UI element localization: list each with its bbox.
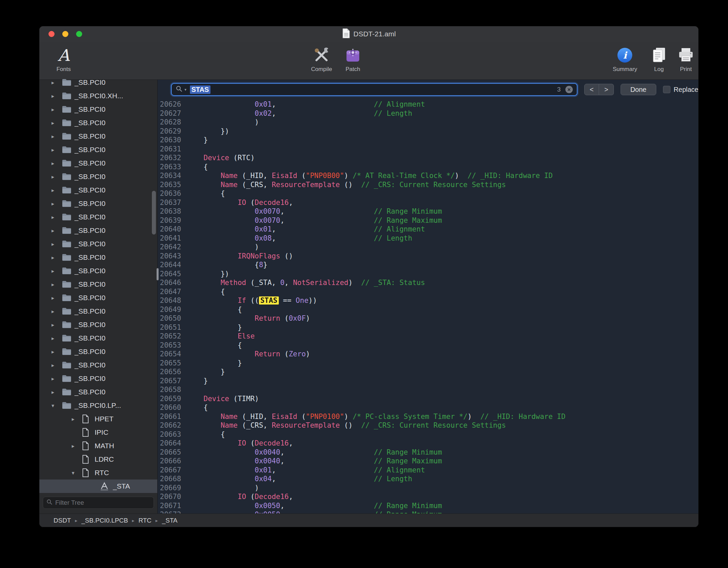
disclosure-right-icon[interactable]: ▸: [52, 133, 62, 140]
filter-field[interactable]: [43, 497, 154, 509]
sidebar-item-sb-pci0[interactable]: ▸_SB.PCI0: [39, 170, 157, 183]
disclosure-right-icon[interactable]: ▸: [52, 254, 62, 261]
disclosure-right-icon[interactable]: ▸: [52, 241, 62, 247]
line-number: 20638: [158, 207, 187, 216]
compile-button[interactable]: Compile: [311, 46, 332, 73]
previous-match-button[interactable]: <: [584, 84, 599, 95]
content-area: ▸_SB.PCI0▸_SB.PCI0.XH...▸_SB.PCI0▸_SB.PC…: [39, 80, 698, 513]
sidebar-item-sb-pci0[interactable]: ▸_SB.PCI0: [39, 331, 157, 345]
sidebar-item-sb-pci0[interactable]: ▸_SB.PCI0: [39, 251, 157, 264]
disclosure-right-icon[interactable]: ▸: [52, 322, 62, 328]
acpi-tree[interactable]: ▸_SB.PCI0▸_SB.PCI0.XH...▸_SB.PCI0▸_SB.PC…: [39, 76, 157, 495]
disclosure-right-icon[interactable]: ▸: [52, 147, 62, 153]
disclosure-right-icon[interactable]: ▸: [72, 416, 82, 422]
sidebar-item-hpet[interactable]: ▸HPET: [39, 412, 157, 426]
breadcrumb-item[interactable]: _SB.PCI0.LPCB: [81, 517, 128, 524]
filter-tree-input[interactable]: [55, 499, 150, 506]
sidebar-item-ipic[interactable]: IPIC: [39, 426, 157, 439]
disclosure-right-icon[interactable]: ▸: [52, 308, 62, 315]
disclosure-right-icon[interactable]: ▸: [52, 295, 62, 301]
disclosure-right-icon[interactable]: ▸: [52, 201, 62, 207]
splitter-handle[interactable]: [157, 268, 159, 280]
sidebar-item-ldrc[interactable]: LDRC: [39, 453, 157, 466]
breadcrumb-item[interactable]: _STA: [162, 517, 177, 524]
line-number: 20665: [158, 448, 187, 457]
sidebar-item-sb-pci0-xh[interactable]: ▸_SB.PCI0.XH...: [39, 89, 157, 103]
sidebar-item-sb-pci0[interactable]: ▸_SB.PCI0: [39, 224, 157, 237]
disclosure-right-icon[interactable]: ▸: [52, 349, 62, 355]
disclosure-right-icon[interactable]: ▸: [52, 376, 62, 382]
clear-search-icon[interactable]: ✕: [565, 86, 573, 93]
disclosure-down-icon[interactable]: ▾: [72, 470, 82, 476]
disclosure-right-icon[interactable]: ▸: [52, 106, 62, 113]
breadcrumb-item[interactable]: DSDT: [54, 517, 71, 524]
disclosure-right-icon[interactable]: ▸: [52, 187, 62, 193]
printer-icon: [677, 46, 695, 65]
disclosure-right-icon[interactable]: ▸: [52, 227, 62, 234]
disclosure-right-icon[interactable]: ▸: [52, 120, 62, 126]
sidebar-item-sta[interactable]: _STA: [39, 480, 157, 493]
sidebar-item-sb-pci0[interactable]: ▸_SB.PCI0: [39, 372, 157, 385]
sidebar-item-sb-pci0[interactable]: ▸_SB.PCI0: [39, 210, 157, 224]
code-editor[interactable]: 20626 0x01, // Alignment20627 0x02, // L…: [158, 99, 698, 513]
sidebar-item-sb-pci0[interactable]: ▸_SB.PCI0: [39, 183, 157, 197]
code-line: 20635 Name (_CRS, ResourceTemplate () //…: [158, 180, 698, 189]
fonts-button[interactable]: A Fonts: [57, 46, 71, 73]
sidebar-item-sb-pci0[interactable]: ▸_SB.PCI0: [39, 116, 157, 130]
disclosure-right-icon[interactable]: ▸: [52, 389, 62, 395]
fonts-label: Fonts: [57, 66, 71, 73]
status-bar: DSDT▸_SB.PCI0.LPCB▸RTC▸_STA: [39, 513, 698, 527]
disclosure-down-icon[interactable]: ▾: [52, 402, 62, 409]
sidebar-item-sb-pci0[interactable]: ▸_SB.PCI0: [39, 156, 157, 170]
sidebar-scrollbar[interactable]: [152, 191, 156, 235]
find-search-field[interactable]: ▾ STAS 3 ✕: [171, 83, 577, 96]
disclosure-right-icon[interactable]: ▸: [52, 335, 62, 342]
breadcrumb-item[interactable]: RTC: [138, 517, 152, 524]
zoom-button[interactable]: [76, 31, 82, 37]
sidebar-item-sb-pci0[interactable]: ▸_SB.PCI0: [39, 143, 157, 156]
title-bar[interactable]: DSDT-21.aml: [39, 26, 698, 42]
disclosure-right-icon[interactable]: ▸: [52, 93, 62, 99]
code-line: 20651 }: [158, 323, 698, 332]
sidebar-item-sb-pci0[interactable]: ▸_SB.PCI0: [39, 237, 157, 251]
print-button[interactable]: Print: [677, 46, 695, 73]
sidebar-item-sb-pci0[interactable]: ▸_SB.PCI0: [39, 318, 157, 331]
search-options-chevron-icon[interactable]: ▾: [185, 87, 187, 92]
sidebar-item-sb-pci0[interactable]: ▸_SB.PCI0: [39, 278, 157, 291]
sidebar-item-rtc[interactable]: ▾RTC: [39, 466, 157, 480]
sidebar-item-sb-pci0[interactable]: ▸_SB.PCI0: [39, 130, 157, 143]
disclosure-right-icon[interactable]: ▸: [52, 160, 62, 167]
patch-button[interactable]: Patch: [345, 46, 361, 73]
close-button[interactable]: [48, 31, 55, 37]
line-number: 20668: [158, 474, 187, 484]
sidebar-item-sb-pci0[interactable]: ▸_SB.PCI0: [39, 197, 157, 210]
sidebar-item-sb-pci0[interactable]: ▸_SB.PCI0: [39, 76, 157, 89]
done-button[interactable]: Done: [621, 84, 656, 95]
breadcrumb-separator-icon: ▸: [75, 518, 77, 523]
next-match-button[interactable]: >: [599, 84, 614, 95]
sidebar-item-math[interactable]: ▸MATH: [39, 439, 157, 453]
summary-button[interactable]: i Summary: [613, 46, 637, 73]
code-line: 20649 {: [158, 305, 698, 314]
code-line-text: Name (_HID, EisaId ("PNP0B00") /* AT Rea…: [187, 171, 553, 180]
disclosure-right-icon[interactable]: ▸: [52, 281, 62, 288]
line-number: 20659: [158, 394, 187, 403]
minimize-button[interactable]: [62, 31, 68, 37]
disclosure-right-icon[interactable]: ▸: [52, 174, 62, 180]
replace-checkbox[interactable]: [663, 86, 670, 93]
disclosure-right-icon[interactable]: ▸: [72, 443, 82, 449]
sidebar-item-sb-pci0[interactable]: ▸_SB.PCI0: [39, 358, 157, 372]
sidebar-item-sb-pci0[interactable]: ▸_SB.PCI0: [39, 103, 157, 116]
sidebar-item-sb-pci0[interactable]: ▸_SB.PCI0: [39, 345, 157, 358]
sidebar-item-sb-pci0[interactable]: ▸_SB.PCI0: [39, 264, 157, 278]
sidebar-item-sb-pci0[interactable]: ▸_SB.PCI0: [39, 305, 157, 318]
disclosure-right-icon[interactable]: ▸: [52, 79, 62, 86]
line-number: 20641: [158, 234, 187, 243]
disclosure-right-icon[interactable]: ▸: [52, 268, 62, 274]
disclosure-right-icon[interactable]: ▸: [52, 362, 62, 368]
sidebar-item-sb-pci0[interactable]: ▸_SB.PCI0: [39, 291, 157, 305]
sidebar-item-sb-pci0-lp[interactable]: ▾_SB.PCI0.LP...: [39, 399, 157, 412]
disclosure-right-icon[interactable]: ▸: [52, 214, 62, 220]
sidebar-item-sb-pci0[interactable]: ▸_SB.PCI0: [39, 385, 157, 399]
log-button[interactable]: Log: [650, 46, 668, 73]
